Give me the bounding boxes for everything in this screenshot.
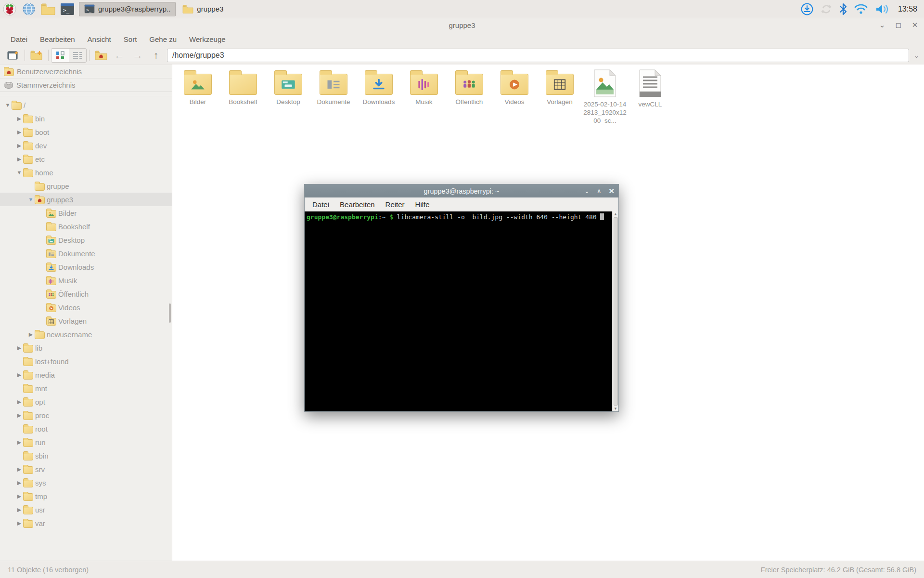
tree-item-gruppe[interactable]: gruppe	[0, 179, 172, 193]
tree-item-run[interactable]: ▶run	[0, 435, 172, 449]
terminal-menu-datei[interactable]: Datei	[308, 199, 334, 210]
expander-closed-icon[interactable]: ▶	[27, 331, 35, 338]
terminal-icon[interactable]: >_	[58, 1, 77, 17]
expander-closed-icon[interactable]: ▶	[15, 466, 23, 473]
menu-bearbeiten[interactable]: Bearbeiten	[34, 33, 81, 45]
expander-closed-icon[interactable]: ▶	[15, 399, 23, 405]
tree-item-vorlagen[interactable]: Vorlagen	[0, 314, 172, 328]
tree-item-home[interactable]: ▼home	[0, 166, 172, 179]
tree-item-[interactable]: ▼/	[0, 98, 172, 112]
maximize-icon[interactable]: ∧	[597, 187, 602, 195]
scroll-up-icon[interactable]: ▲	[614, 212, 617, 216]
tree-item-srv[interactable]: ▶srv	[0, 462, 172, 476]
expander-closed-icon[interactable]: ▶	[15, 520, 23, 526]
tree-item-bilder[interactable]: Bilder	[0, 206, 172, 220]
tree-item-root[interactable]: root	[0, 422, 172, 435]
place-item[interactable]: Stammverzeichnis	[0, 78, 172, 92]
maximize-icon[interactable]: ◻	[894, 21, 903, 29]
menu-werkzeuge[interactable]: Werkzeuge	[183, 33, 231, 45]
updates-icon[interactable]	[801, 3, 813, 15]
sync-icon[interactable]	[820, 3, 833, 15]
terminal-menu-reiter[interactable]: Reiter	[381, 199, 410, 210]
place-item[interactable]: Benutzerverzeichnis	[0, 65, 172, 78]
file-item-dokumente[interactable]: Dokumente	[311, 69, 356, 106]
expander-closed-icon[interactable]: ▶	[15, 345, 23, 351]
up-icon[interactable]: ↑	[147, 48, 165, 63]
sidebar-scrollbar[interactable]	[169, 303, 171, 323]
tree-item-newusername[interactable]: ▶newusername	[0, 328, 172, 341]
tree-item-dokumente[interactable]: Dokumente	[0, 247, 172, 260]
home-icon[interactable]	[92, 48, 110, 63]
bluetooth-icon[interactable]	[839, 3, 847, 15]
expander-closed-icon[interactable]: ▶	[15, 439, 23, 446]
taskbar-clock[interactable]: 13:58	[898, 5, 917, 13]
tree-item-usr[interactable]: ▶usr	[0, 503, 172, 516]
file-item-bookshelf[interactable]: Bookshelf	[220, 69, 266, 106]
back-icon[interactable]: ←	[110, 48, 128, 63]
expander-closed-icon[interactable]: ▶	[15, 156, 23, 162]
tree-item-etc[interactable]: ▶etc	[0, 152, 172, 166]
expander-closed-icon[interactable]: ▶	[15, 372, 23, 378]
forward-icon[interactable]: →	[128, 48, 147, 63]
expander-closed-icon[interactable]: ▶	[15, 116, 23, 122]
tree-item-dev[interactable]: ▶dev	[0, 139, 172, 152]
expander-open-icon[interactable]: ▼	[4, 102, 12, 108]
new-folder-icon[interactable]	[27, 48, 46, 63]
tree-item-desktop[interactable]: Desktop	[0, 233, 172, 247]
minimize-icon[interactable]: ⌄	[878, 21, 886, 29]
minimize-icon[interactable]: ⌄	[584, 187, 590, 195]
menu-datei[interactable]: Datei	[5, 33, 33, 45]
tree-item-media[interactable]: ▶media	[0, 368, 172, 381]
tree-item-proc[interactable]: ▶proc	[0, 408, 172, 422]
tree-item-ffentlich[interactable]: Öffentlich	[0, 287, 172, 301]
file-item-202502101428131920x1[interactable]: 2025-02-10-142813_1920x1200_sc...	[582, 69, 628, 125]
tree-item-tmp[interactable]: ▶tmp	[0, 489, 172, 503]
expander-closed-icon[interactable]: ▶	[15, 129, 23, 135]
taskbar-task-filemanager[interactable]: gruppe3	[178, 2, 228, 16]
tree-item-sbin[interactable]: sbin	[0, 449, 172, 462]
file-item-vewcll[interactable]: vewCLL	[628, 69, 673, 108]
volume-icon[interactable]	[875, 3, 889, 15]
icon-view-icon[interactable]	[51, 49, 69, 62]
file-item-ffentlich[interactable]: Öffentlich	[447, 69, 492, 106]
chevron-down-icon[interactable]: ⌄	[913, 52, 924, 59]
tree-item-bookshelf[interactable]: Bookshelf	[0, 220, 172, 233]
file-item-bilder[interactable]: Bilder	[175, 69, 220, 106]
filemanager-folder-icon[interactable]	[38, 1, 58, 17]
menu-ansicht[interactable]: Ansicht	[82, 33, 117, 45]
tree-item-sys[interactable]: ▶sys	[0, 476, 172, 489]
expander-open-icon[interactable]: ▼	[27, 197, 35, 202]
tree-item-mnt[interactable]: mnt	[0, 381, 172, 395]
expander-closed-icon[interactable]: ▶	[15, 493, 23, 499]
terminal-titlebar[interactable]: gruppe3@raspberrypi: ~ ⌄ ∧ ✕	[305, 184, 618, 197]
tree-item-downloads[interactable]: Downloads	[0, 260, 172, 274]
file-item-musik[interactable]: Musik	[401, 69, 447, 106]
list-view-icon[interactable]	[69, 49, 86, 62]
close-icon[interactable]: ✕	[608, 187, 615, 196]
wifi-icon[interactable]	[854, 3, 868, 15]
expander-closed-icon[interactable]: ▶	[15, 480, 23, 486]
tree-item-musik[interactable]: Musik	[0, 274, 172, 287]
tree-item-videos[interactable]: Videos	[0, 301, 172, 314]
path-input[interactable]: /home/gruppe3	[167, 49, 909, 62]
scroll-down-icon[interactable]: ▼	[614, 407, 617, 411]
expander-closed-icon[interactable]: ▶	[15, 507, 23, 513]
file-item-desktop[interactable]: Desktop	[266, 69, 311, 106]
close-icon[interactable]: ✕	[911, 21, 919, 29]
terminal-menu-hilfe[interactable]: Hilfe	[411, 199, 435, 210]
tree-item-bin[interactable]: ▶bin	[0, 112, 172, 125]
terminal-scrollbar[interactable]: ▲ ▼	[612, 211, 618, 411]
scrollbar-thumb[interactable]	[614, 217, 618, 406]
file-item-vorlagen[interactable]: Vorlagen	[537, 69, 582, 106]
tree-item-gruppe3[interactable]: ▼gruppe3	[0, 193, 172, 206]
terminal-body[interactable]: gruppe3@raspberrypi:~ $ libcamera-still …	[305, 211, 618, 411]
taskbar-task-terminal[interactable]: >_ gruppe3@raspberryp..	[79, 2, 176, 16]
menu-sort[interactable]: Sort	[118, 33, 143, 45]
menu-gehe-zu[interactable]: Gehe zu	[143, 33, 182, 45]
browser-globe-icon[interactable]	[19, 1, 38, 17]
file-item-downloads[interactable]: Downloads	[356, 69, 401, 106]
raspberry-menu-icon[interactable]	[0, 1, 19, 17]
expander-open-icon[interactable]: ▼	[15, 170, 23, 175]
tree-item-lost+found[interactable]: lost+found	[0, 355, 172, 368]
expander-closed-icon[interactable]: ▶	[15, 412, 23, 419]
